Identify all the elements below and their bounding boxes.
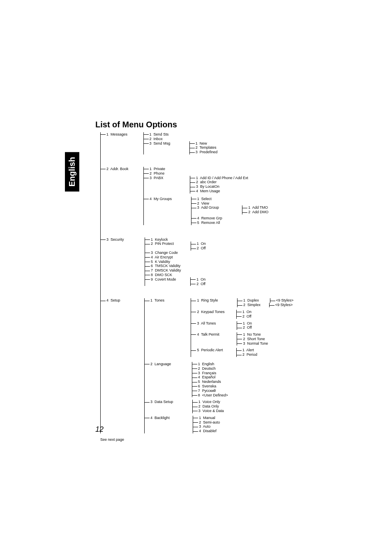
menu-item: 4 Setup 1 Tones 1 Ring Style 1 Duplex [106, 298, 388, 433]
menu-item: 1 Messages 1 Send Sts 2 Inbox 3 Send Msg… [106, 132, 388, 154]
menu-tree: 1 Messages 1 Send Sts 2 Inbox 3 Send Msg… [100, 132, 388, 442]
language-tab: English [65, 152, 79, 191]
menu-item: 2 Addr. Book 1 Private 2 Phone 3 PABX 1 … [106, 167, 388, 225]
see-next-page: See next page [100, 438, 388, 442]
page-title: List of Menu Options [95, 120, 177, 129]
page-number: 12 [95, 425, 104, 434]
menu-item: 3 Security 1 Keylock 2 PIN Protect 1 On … [106, 237, 388, 286]
